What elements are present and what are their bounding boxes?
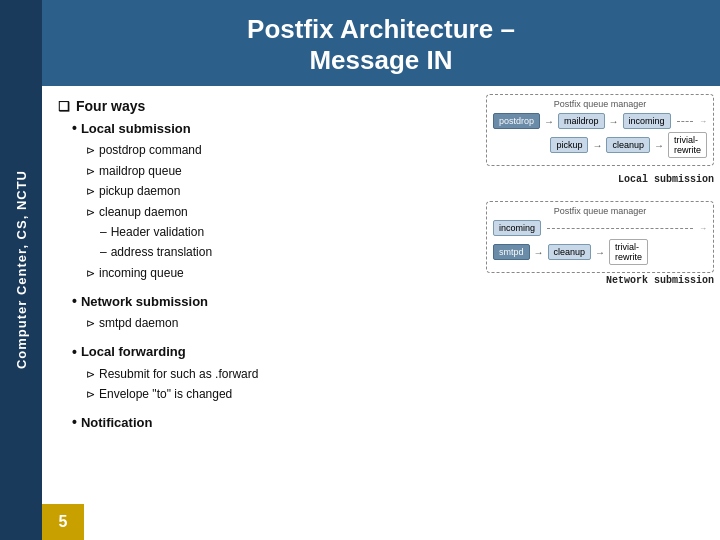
list-item: address translation [100,242,470,262]
arrow-icon: → [609,116,619,127]
notification-header: Notification [72,414,470,430]
smtpd-box: smtpd [493,244,530,260]
list-item: incoming queue [86,263,470,283]
list-item: Envelope "to" is changed [86,384,470,404]
queue-manager-label-top: Postfix queue manager [493,99,707,109]
list-item: postdrop command [86,140,470,160]
diagram-row: smtpd → cleanup → trivial-rewrite [493,239,707,265]
list-item: smtpd daemon [86,313,470,333]
list-item: cleanup daemon [86,202,470,222]
arrow-icon: → [654,140,664,151]
page-title: Postfix Architecture – Message IN [62,14,700,76]
diagram-row: postdrop → maildrop → incoming → [493,113,707,129]
trivial-rewrite-box-2: trivial-rewrite [609,239,648,265]
cleanup-box: cleanup [606,137,650,153]
local-forwarding-header: Local forwarding [72,344,470,360]
list-item: pickup daemon [86,181,470,201]
trivial-rewrite-box: trivial-rewrite [668,132,707,158]
sidebar: Computer Center, CS, NCTU [0,0,42,540]
sidebar-label: Computer Center, CS, NCTU [14,170,29,369]
pickup-box: pickup [550,137,588,153]
maildrop-box: maildrop [558,113,605,129]
text-content: Four ways Local submission postdrop comm… [42,86,480,540]
local-submission-header: Local submission [72,120,470,136]
local-submission-label: Local submission [486,174,714,185]
list-item: Header validation [100,222,470,242]
network-submission-diagram: Postfix queue manager incoming → smtpd →… [486,201,714,273]
list-item: maildrop queue [86,161,470,181]
incoming-box: incoming [623,113,671,129]
page-number: 5 [42,504,84,540]
postdrop-box: postdrop [493,113,540,129]
network-submission-header: Network submission [72,293,470,309]
body-area: Four ways Local submission postdrop comm… [42,86,720,540]
list-item: Resubmit for such as .forward [86,364,470,384]
main-bullet: Four ways [58,98,470,114]
queue-manager-label-bottom: Postfix queue manager [493,206,707,216]
arrow-icon: → [595,247,605,258]
arrow-icon: → [592,140,602,151]
incoming-box-2: incoming [493,220,541,236]
diagram-area: Postfix queue manager postdrop → maildro… [480,86,720,540]
arrow-icon: → [544,116,554,127]
network-submission-label: Network submission [486,275,714,286]
cleanup-box-2: cleanup [548,244,592,260]
local-submission-diagram: Postfix queue manager postdrop → maildro… [486,94,714,166]
diagram-row: incoming → [493,220,707,236]
arrow-icon: → [534,247,544,258]
main-content: Postfix Architecture – Message IN Four w… [42,0,720,540]
diagram-row: pickup → cleanup → trivial-rewrite [493,132,707,158]
header: Postfix Architecture – Message IN [42,0,720,86]
